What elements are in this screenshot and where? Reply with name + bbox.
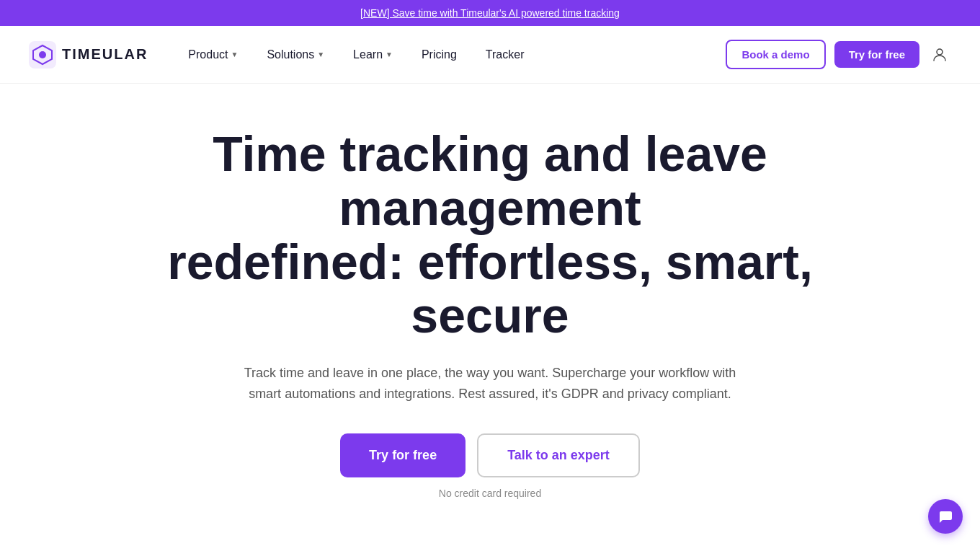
logo-text: TIMEULAR bbox=[62, 46, 148, 63]
hero-section: Time tracking and leave management redef… bbox=[58, 84, 922, 551]
nav-pricing[interactable]: Pricing bbox=[410, 43, 468, 67]
nav-product[interactable]: Product ▼ bbox=[177, 43, 249, 67]
talk-expert-button[interactable]: Talk to an expert bbox=[477, 433, 640, 477]
try-free-hero-button[interactable]: Try for free bbox=[340, 433, 466, 477]
chat-icon bbox=[937, 508, 953, 524]
top-banner[interactable]: [NEW] Save time with Timeular's AI power… bbox=[0, 0, 980, 26]
hero-subtitle: Track time and leave in one place, the w… bbox=[231, 363, 749, 405]
nav-actions: Book a demo Try for free bbox=[726, 40, 951, 69]
svg-point-2 bbox=[937, 49, 943, 55]
product-chevron-icon: ▼ bbox=[231, 50, 238, 58]
nav-learn[interactable]: Learn ▼ bbox=[342, 43, 404, 67]
nav-tracker[interactable]: Tracker bbox=[474, 43, 536, 67]
logo[interactable]: TIMEULAR bbox=[29, 41, 148, 69]
try-free-nav-button[interactable]: Try for free bbox=[834, 41, 919, 68]
nav-solutions[interactable]: Solutions ▼ bbox=[255, 43, 336, 67]
chat-widget-button[interactable] bbox=[928, 499, 963, 534]
hero-title: Time tracking and leave management redef… bbox=[86, 127, 894, 343]
solutions-chevron-icon: ▼ bbox=[317, 50, 324, 58]
logo-icon bbox=[29, 41, 56, 69]
svg-point-1 bbox=[39, 51, 46, 58]
user-account-icon[interactable] bbox=[928, 43, 951, 66]
navbar: TIMEULAR Product ▼ Solutions ▼ Learn ▼ P… bbox=[0, 26, 980, 84]
book-demo-button[interactable]: Book a demo bbox=[726, 40, 825, 69]
banner-link[interactable]: [NEW] Save time with Timeular's AI power… bbox=[360, 7, 620, 19]
nav-links: Product ▼ Solutions ▼ Learn ▼ Pricing Tr… bbox=[177, 43, 726, 67]
learn-chevron-icon: ▼ bbox=[386, 50, 393, 58]
no-credit-card-text: No credit card required bbox=[86, 488, 894, 499]
hero-buttons: Try for free Talk to an expert bbox=[86, 433, 894, 477]
